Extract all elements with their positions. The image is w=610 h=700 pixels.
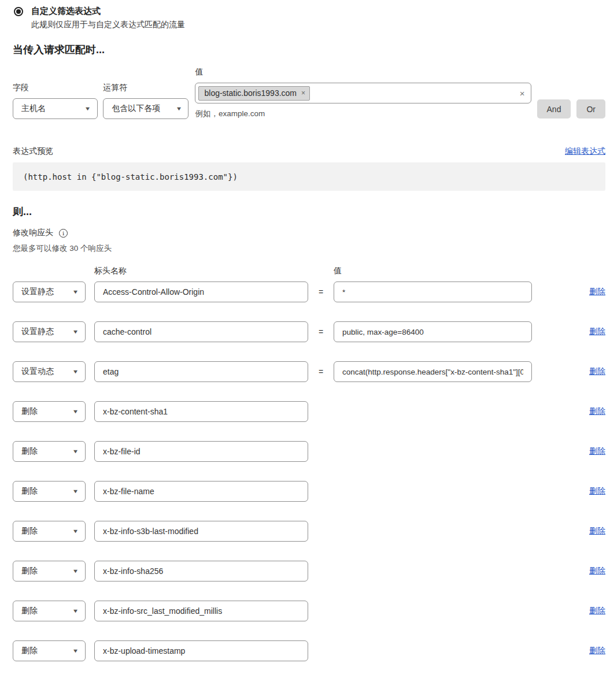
chevron-down-icon: ▼ (175, 106, 182, 112)
delete-row-link[interactable]: 删除 (589, 406, 605, 417)
header-row: 删除 ▼ 删除 (13, 601, 605, 621)
header-name-input[interactable] (94, 401, 308, 422)
delete-row-link[interactable]: 删除 (589, 366, 605, 377)
filter-builder-row: 字段 主机名 ▼ 运算符 包含以下各项 ▼ 值 blog-static.bori… (13, 67, 605, 119)
header-value-input[interactable] (334, 361, 532, 382)
header-row: 删除 ▼ 删除 (13, 521, 605, 542)
action-select-value: 删除 (21, 566, 38, 576)
header-row: 设置动态 ▼ = 删除 (13, 361, 605, 382)
header-row: 删除 ▼ 删除 (13, 561, 605, 582)
equals-sign: = (308, 367, 334, 376)
header-name-input[interactable] (94, 441, 308, 462)
action-select-value: 删除 (21, 406, 38, 417)
action-select-value: 设置静态 (21, 327, 54, 337)
action-select-value: 设置静态 (21, 287, 54, 297)
header-row: 删除 ▼ 删除 (13, 401, 605, 422)
radio-description: 此规则仅应用于与自定义表达式匹配的流量 (31, 20, 185, 30)
header-columns-row: 标头名称 值 (13, 266, 605, 276)
chevron-down-icon: ▼ (72, 409, 79, 414)
header-name-input[interactable] (94, 282, 308, 302)
delete-row-link[interactable]: 删除 (589, 566, 605, 576)
action-select[interactable]: 删除 ▼ (13, 521, 86, 542)
operator-select-value: 包含以下各项 (112, 103, 160, 114)
radio-selected-icon[interactable] (14, 7, 23, 16)
remove-tag-icon[interactable]: × (301, 89, 305, 97)
header-row: 删除 ▼ 删除 (13, 640, 605, 661)
delete-row-link[interactable]: 删除 (589, 327, 605, 337)
and-button[interactable]: And (537, 99, 571, 118)
custom-filter-radio-row: 自定义筛选表达式 此规则仅应用于与自定义表达式匹配的流量 (14, 6, 605, 30)
delete-row-link[interactable]: 删除 (589, 526, 605, 536)
header-name-input[interactable] (94, 640, 308, 661)
chevron-down-icon: ▼ (72, 528, 79, 534)
action-select[interactable]: 删除 ▼ (13, 640, 86, 661)
or-button[interactable]: Or (576, 99, 605, 118)
action-select-value: 删除 (21, 446, 38, 457)
equals-sign: = (308, 327, 334, 336)
radio-label[interactable]: 自定义筛选表达式 (31, 6, 185, 17)
header-name-input[interactable] (94, 481, 308, 502)
delete-row-link[interactable]: 删除 (589, 486, 605, 497)
action-select[interactable]: 删除 ▼ (13, 481, 86, 502)
modify-headers-label: 修改响应头 (13, 228, 53, 238)
header-name-input[interactable] (94, 561, 308, 582)
expression-code: (http.host in {"blog-static.boris1993.co… (13, 162, 605, 191)
chevron-down-icon: ▼ (84, 106, 91, 112)
action-select-value: 删除 (21, 486, 38, 497)
header-row: 删除 ▼ 删除 (13, 441, 605, 462)
action-select[interactable]: 设置静态 ▼ (13, 282, 86, 302)
action-select-value: 删除 (21, 526, 38, 536)
headers-limit-text: 您最多可以修改 30 个响应头 (13, 243, 605, 254)
field-select-value: 主机名 (21, 103, 46, 114)
equals-sign: = (308, 287, 334, 297)
delete-row-link[interactable]: 删除 (589, 446, 605, 457)
field-select[interactable]: 主机名 ▼ (13, 98, 98, 119)
header-name-input[interactable] (94, 361, 308, 382)
action-select[interactable]: 设置动态 ▼ (13, 361, 86, 382)
value-tag-text: blog-static.boris1993.com (204, 88, 297, 98)
field-label: 字段 (13, 83, 98, 93)
header-name-input[interactable] (94, 521, 308, 542)
delete-row-link[interactable]: 删除 (589, 606, 605, 616)
chevron-down-icon: ▼ (72, 449, 79, 454)
header-rows-list: 设置静态 ▼ = 删除 设置静态 ▼ = 删除 设置动态 ▼ = 删除 删除 ▼ (13, 282, 605, 661)
header-value-column-label: 值 (334, 266, 342, 276)
header-name-input[interactable] (94, 601, 308, 621)
action-select[interactable]: 删除 ▼ (13, 401, 86, 422)
info-icon[interactable]: i (59, 229, 68, 238)
action-select[interactable]: 设置静态 ▼ (13, 321, 86, 342)
operator-label: 运算符 (103, 83, 188, 93)
action-select[interactable]: 删除 ▼ (13, 441, 86, 462)
chevron-down-icon: ▼ (72, 648, 79, 654)
header-name-input[interactable] (94, 321, 308, 342)
chevron-down-icon: ▼ (72, 608, 79, 614)
value-hint: 例如，example.com (195, 109, 531, 119)
action-select-value: 删除 (21, 646, 38, 656)
header-name-column-label: 标头名称 (94, 266, 308, 276)
action-select[interactable]: 删除 ▼ (13, 601, 86, 621)
clear-value-icon[interactable]: × (520, 88, 525, 98)
delete-row-link[interactable]: 删除 (589, 646, 605, 656)
header-value-input[interactable] (334, 282, 532, 302)
header-row: 设置静态 ▼ = 删除 (13, 282, 605, 302)
value-label: 值 (195, 67, 531, 77)
action-select-value: 删除 (21, 606, 38, 616)
chevron-down-icon: ▼ (72, 568, 79, 574)
value-tag-chip: blog-static.boris1993.com × (198, 86, 310, 101)
header-row: 删除 ▼ 删除 (13, 481, 605, 502)
delete-row-link[interactable]: 删除 (589, 287, 605, 297)
chevron-down-icon: ▼ (72, 369, 79, 375)
chevron-down-icon: ▼ (72, 329, 79, 335)
value-tag-input[interactable]: blog-static.boris1993.com × × (195, 83, 531, 103)
chevron-down-icon: ▼ (72, 488, 79, 494)
expression-preview-label: 表达式预览 (13, 146, 53, 157)
header-value-input[interactable] (334, 321, 532, 342)
edit-expression-link[interactable]: 编辑表达式 (565, 146, 605, 157)
when-heading: 当传入请求匹配时... (13, 43, 605, 57)
operator-select[interactable]: 包含以下各项 ▼ (103, 98, 188, 119)
then-heading: 则... (13, 205, 605, 218)
action-select-value: 设置动态 (21, 366, 54, 377)
header-row: 设置静态 ▼ = 删除 (13, 321, 605, 342)
action-select[interactable]: 删除 ▼ (13, 561, 86, 582)
chevron-down-icon: ▼ (72, 289, 79, 295)
